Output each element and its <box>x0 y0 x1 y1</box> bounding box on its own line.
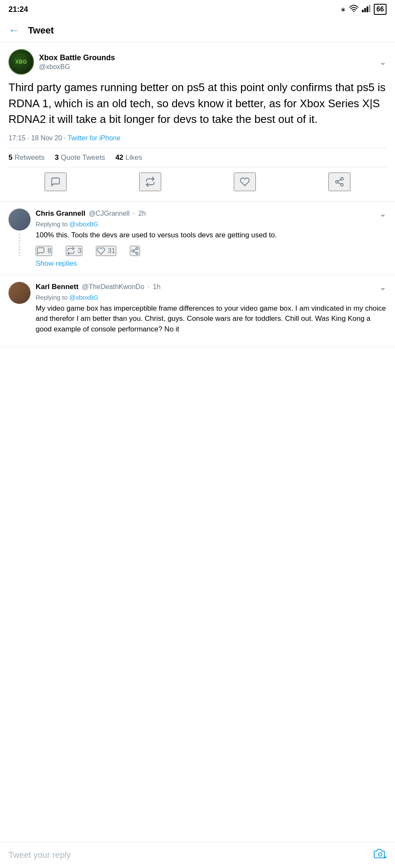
reply-item: Karl Bennett @TheDeathKwonDo · 1h ⌄ Repl… <box>0 275 395 347</box>
reply-input[interactable]: Tweet your reply <box>8 850 374 860</box>
dot <box>19 252 20 253</box>
retweets-count: 5 <box>8 153 12 161</box>
likes-label: Likes <box>126 153 143 161</box>
reply-like-button[interactable]: 31 <box>96 246 116 256</box>
reply-action-button[interactable] <box>45 172 67 191</box>
retweet-icon <box>145 177 155 187</box>
quote-tweets-stat: 3 Quote Tweets <box>55 153 105 162</box>
svg-point-12 <box>136 252 138 254</box>
bluetooth-icon: ∗ <box>340 6 346 14</box>
tweet-options-button[interactable]: ⌄ <box>379 57 387 67</box>
likes-count: 42 <box>115 153 123 161</box>
svg-point-7 <box>341 184 343 186</box>
reply-retweet-button[interactable]: 3 <box>66 246 82 256</box>
reply-author-name: Chris Grannell <box>36 209 85 218</box>
avatar <box>8 209 31 231</box>
svg-line-14 <box>134 249 136 250</box>
quote-tweets-count: 3 <box>55 153 59 161</box>
status-time: 21:24 <box>8 5 28 14</box>
svg-rect-4 <box>369 5 371 12</box>
thread-line <box>19 234 20 256</box>
svg-rect-2 <box>364 8 366 12</box>
share-icon <box>131 247 139 255</box>
svg-rect-3 <box>367 6 368 12</box>
heart-icon <box>97 247 105 255</box>
svg-point-6 <box>336 181 338 183</box>
like-count: 31 <box>108 247 115 255</box>
reply-author-name: Karl Bennett <box>36 283 78 291</box>
back-button[interactable]: ← <box>8 24 20 37</box>
dot <box>19 255 20 256</box>
dot <box>19 237 20 239</box>
svg-line-8 <box>338 183 341 184</box>
reply-count: 8 <box>48 247 51 255</box>
reply-icon <box>50 177 61 187</box>
reply-header: Karl Bennett @TheDeathKwonDo · 1h ⌄ <box>36 282 387 292</box>
header: ← Tweet <box>0 19 395 42</box>
replying-to-handle[interactable]: @xboxBG <box>69 294 98 301</box>
reply-content: Chris Grannell @CJGrannell · 2h ⌄ Replyi… <box>36 209 387 268</box>
tweet-text: Third party games running better on ps5 … <box>8 80 387 128</box>
svg-point-0 <box>353 11 355 12</box>
show-replies-button[interactable]: Show replies <box>36 259 77 268</box>
reply-time: 2h <box>138 210 146 217</box>
reply-actions: 8 3 31 <box>36 246 387 256</box>
reply-header: Chris Grannell @CJGrannell · 2h ⌄ <box>36 209 387 219</box>
share-icon <box>334 177 345 187</box>
svg-point-5 <box>341 178 343 180</box>
camera-icon[interactable] <box>374 848 387 862</box>
replying-to-handle[interactable]: @xboxBG <box>69 220 98 228</box>
battery-icon: 66 <box>374 4 387 15</box>
svg-rect-1 <box>362 10 364 12</box>
dot <box>19 243 20 245</box>
svg-point-11 <box>132 250 134 252</box>
reply-handle: @CJGrannell <box>89 210 129 217</box>
retweets-stat: 5 Retweets <box>8 153 45 162</box>
reply-left-column <box>8 282 31 340</box>
main-tweet: Xbox Battle Grounds @xboxBG ⌄ Third part… <box>0 42 395 202</box>
svg-point-10 <box>136 247 138 249</box>
reply-text: 100% this. Tools the devs are used to ve… <box>36 230 387 241</box>
signal-icon <box>362 5 370 14</box>
likes-stat: 42 Likes <box>115 153 142 162</box>
heart-icon <box>240 177 250 187</box>
retweet-count: 3 <box>78 247 81 255</box>
reply-bar: Tweet your reply <box>0 842 395 868</box>
reply-text: My video game box has imperceptible fram… <box>36 303 387 335</box>
tweet-meta: 17:15 · 18 Nov 20 · Twitter for iPhone <box>8 134 387 142</box>
like-action-button[interactable] <box>234 172 256 191</box>
reply-author-info: Karl Bennett @TheDeathKwonDo · 1h <box>36 283 160 291</box>
reply-reply-button[interactable]: 8 <box>36 246 52 256</box>
svg-point-15 <box>378 853 382 856</box>
replying-to: Replying to @xboxBG <box>36 220 387 228</box>
share-action-button[interactable] <box>328 172 350 191</box>
dot <box>19 246 20 248</box>
reply-left-column <box>8 209 31 268</box>
svg-line-9 <box>338 180 341 181</box>
svg-line-13 <box>134 251 136 253</box>
reply-share-button[interactable] <box>130 246 140 256</box>
status-icons: ∗ 66 <box>340 4 387 15</box>
replying-to: Replying to @xboxBG <box>36 294 387 301</box>
replies-section: Chris Grannell @CJGrannell · 2h ⌄ Replyi… <box>0 202 395 347</box>
retweet-action-button[interactable] <box>139 172 161 191</box>
author-name: Xbox Battle Grounds <box>39 53 115 62</box>
dot <box>19 240 20 242</box>
avatar <box>8 282 31 304</box>
page-title: Tweet <box>28 25 54 36</box>
tweet-timestamp: 17:15 · 18 Nov 20 <box>8 134 62 142</box>
reply-content: Karl Bennett @TheDeathKwonDo · 1h ⌄ Repl… <box>36 282 387 340</box>
retweets-label: Retweets <box>14 153 45 161</box>
wifi-icon <box>349 5 359 14</box>
status-bar: 21:24 ∗ 66 <box>0 0 395 19</box>
tweet-platform[interactable]: Twitter for iPhone <box>67 134 120 142</box>
dot <box>19 249 20 250</box>
quote-tweets-label: Quote Tweets <box>61 153 105 161</box>
reply-item: Chris Grannell @CJGrannell · 2h ⌄ Replyi… <box>0 202 395 275</box>
reply-options-button[interactable]: ⌄ <box>379 209 387 219</box>
dot <box>19 234 20 236</box>
tweet-stats: 5 Retweets 3 Quote Tweets 42 Likes <box>8 148 387 167</box>
reply-author-info: Chris Grannell @CJGrannell · 2h <box>36 209 146 218</box>
reply-options-button[interactable]: ⌄ <box>379 282 387 292</box>
reply-time: 1h <box>153 283 161 291</box>
